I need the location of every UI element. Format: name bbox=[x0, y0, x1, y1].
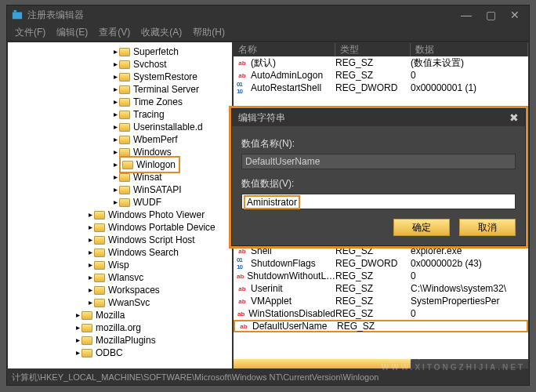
tree-item[interactable]: ▸Windows Search bbox=[8, 246, 232, 259]
expand-icon[interactable]: ▸ bbox=[86, 221, 94, 234]
menu-fav[interactable]: 收藏夹(A) bbox=[141, 26, 182, 39]
menu-view[interactable]: 查看(V) bbox=[99, 26, 130, 39]
tree-item[interactable]: ▸Workspaces bbox=[8, 284, 232, 296]
list-row-highlighted[interactable]: abDefaultUserNameREG_SZ bbox=[234, 320, 528, 332]
tree-item[interactable]: ▸WUDF bbox=[8, 196, 232, 209]
value-name: VMApplet bbox=[251, 296, 292, 307]
list-row[interactable]: 01 10ShutdownFlagsREG_DWORD0x0000002b (4… bbox=[234, 257, 528, 270]
expand-icon[interactable]: ▸ bbox=[111, 133, 119, 146]
expand-icon[interactable]: ▸ bbox=[111, 58, 119, 71]
folder-icon bbox=[94, 249, 105, 257]
tree-item[interactable]: ▸Winlogon bbox=[8, 158, 232, 171]
list-row[interactable]: ab(默认)REG_SZ(数值未设置) bbox=[234, 56, 528, 69]
list-row[interactable]: abWinStationsDisabledREG_SZ0 bbox=[234, 307, 528, 320]
tree-item[interactable]: ▸WbemPerf bbox=[8, 133, 232, 146]
close-button[interactable]: ✕ bbox=[510, 9, 520, 20]
expand-icon[interactable]: ▸ bbox=[111, 171, 119, 183]
value-data: 0x0000002b (43) bbox=[411, 258, 528, 269]
col-data[interactable]: 数据 bbox=[411, 43, 528, 56]
expand-icon[interactable]: ▸ bbox=[86, 234, 94, 246]
value-name: DefaultUserName bbox=[252, 321, 327, 332]
maximize-button[interactable]: ▢ bbox=[486, 9, 496, 20]
expand-icon[interactable]: ▸ bbox=[74, 309, 81, 321]
value-name: WinStationsDisabled bbox=[248, 308, 335, 319]
expand-icon[interactable]: ▸ bbox=[74, 347, 81, 359]
value-data-label: 数值数据(V): bbox=[241, 177, 516, 191]
tree-label: Workspaces bbox=[107, 284, 161, 296]
tree-item[interactable]: ▸mozilla.org bbox=[8, 321, 232, 334]
tree-item[interactable]: ▸Windows Photo Viewer bbox=[8, 209, 232, 221]
minimize-button[interactable]: — bbox=[461, 9, 472, 20]
expand-icon[interactable]: ▸ bbox=[111, 146, 119, 158]
expand-icon[interactable]: ▸ bbox=[86, 246, 94, 259]
expand-icon[interactable]: ▸ bbox=[74, 321, 81, 334]
expand-icon[interactable]: ▸ bbox=[111, 183, 119, 196]
tree-item[interactable]: ▸Winsat bbox=[8, 171, 232, 183]
tree-item[interactable]: ▸Time Zones bbox=[8, 96, 232, 108]
folder-icon bbox=[94, 274, 105, 282]
expand-icon[interactable]: ▸ bbox=[111, 83, 119, 96]
tree-item[interactable]: ▸Windows Portable Device bbox=[8, 221, 232, 234]
tree-item[interactable]: ▸Mozilla bbox=[8, 309, 232, 321]
string-icon: ab bbox=[238, 321, 249, 332]
tree-label: Winsat bbox=[132, 171, 164, 183]
tree-item[interactable]: ▸SystemRestore bbox=[8, 71, 232, 83]
list-row[interactable]: abVMAppletREG_SZSystemPropertiesPer bbox=[234, 295, 528, 307]
expand-icon[interactable]: ▸ bbox=[86, 284, 94, 296]
list-row[interactable]: abUserinitREG_SZC:\Windows\system32\ bbox=[234, 282, 528, 295]
ok-button[interactable]: 确定 bbox=[393, 219, 450, 236]
tree-item[interactable]: ▸ODBC bbox=[8, 347, 232, 359]
folder-icon bbox=[119, 198, 130, 207]
col-type[interactable]: 类型 bbox=[335, 43, 411, 56]
value-data-input[interactable]: Aministrator bbox=[247, 197, 297, 208]
menubar: 文件(F) 编辑(E) 查看(V) 收藏夹(A) 帮助(H) bbox=[7, 24, 529, 42]
tree-item[interactable]: ▸Wlansvc bbox=[8, 271, 232, 284]
tree-item[interactable]: ▸WwanSvc bbox=[8, 296, 232, 309]
menu-edit[interactable]: 编辑(E) bbox=[56, 26, 88, 39]
tree-item[interactable]: ▸WinSATAPI bbox=[8, 183, 232, 196]
list-row[interactable]: abAutoAdminLogonREG_SZ0 bbox=[234, 69, 528, 82]
expand-icon[interactable]: ▸ bbox=[111, 121, 119, 133]
expand-icon[interactable]: ▸ bbox=[111, 158, 119, 171]
tree-item[interactable]: ▸Terminal Server bbox=[8, 83, 232, 96]
menu-help[interactable]: 帮助(H) bbox=[193, 26, 225, 39]
tree-item[interactable]: ▸Svchost bbox=[8, 58, 232, 71]
expand-icon[interactable]: ▸ bbox=[86, 259, 94, 271]
svg-rect-1 bbox=[14, 10, 17, 13]
tree-item[interactable]: ▸Windows Script Host bbox=[8, 234, 232, 246]
folder-icon bbox=[119, 85, 130, 94]
string-icon: ab bbox=[237, 283, 248, 294]
tree-item[interactable]: ▸Tracing bbox=[8, 108, 232, 121]
expand-icon[interactable]: ▸ bbox=[86, 296, 94, 309]
h-scrollbar[interactable] bbox=[234, 359, 528, 368]
tree-item[interactable]: ▸MozillaPlugins bbox=[8, 334, 232, 347]
value-name-input[interactable] bbox=[241, 154, 516, 169]
tree-label: Windows Photo Viewer bbox=[107, 209, 206, 221]
expand-icon[interactable]: ▸ bbox=[111, 45, 119, 58]
titlebar: 注册表编辑器 — ▢ ✕ bbox=[7, 5, 529, 24]
tree-label: WinSATAPI bbox=[132, 183, 183, 196]
list-row[interactable]: abShutdownWithoutL…REG_SZ0 bbox=[234, 270, 528, 282]
list-row[interactable]: 01 10AutoRestartShellREG_DWORD0x00000001… bbox=[234, 82, 528, 94]
scrollbar-thumb[interactable] bbox=[234, 359, 411, 368]
tree-item[interactable]: ▸Userinstallable.d bbox=[8, 121, 232, 133]
menu-file[interactable]: 文件(F) bbox=[15, 26, 45, 39]
folder-icon bbox=[119, 60, 130, 69]
expand-icon[interactable]: ▸ bbox=[111, 108, 119, 121]
col-name[interactable]: 名称 bbox=[234, 43, 335, 56]
expand-icon[interactable]: ▸ bbox=[74, 334, 81, 347]
string-icon: ab bbox=[237, 308, 245, 319]
expand-icon[interactable]: ▸ bbox=[111, 96, 119, 108]
expand-icon[interactable]: ▸ bbox=[86, 209, 94, 221]
tree-item[interactable]: ▸Superfetch bbox=[8, 45, 232, 58]
expand-icon[interactable]: ▸ bbox=[111, 71, 119, 83]
expand-icon[interactable]: ▸ bbox=[86, 271, 94, 284]
tree-item[interactable]: ▸Wisp bbox=[8, 259, 232, 271]
string-icon: ab bbox=[237, 270, 244, 281]
cancel-button[interactable]: 取消 bbox=[459, 219, 516, 236]
value-type: REG_SZ bbox=[337, 321, 412, 332]
folder-icon bbox=[81, 349, 92, 358]
tree-pane[interactable]: ▸Superfetch▸Svchost▸SystemRestore▸Termin… bbox=[7, 42, 233, 369]
dialog-close-icon[interactable]: ✖ bbox=[509, 111, 519, 124]
expand-icon[interactable]: ▸ bbox=[111, 196, 119, 209]
